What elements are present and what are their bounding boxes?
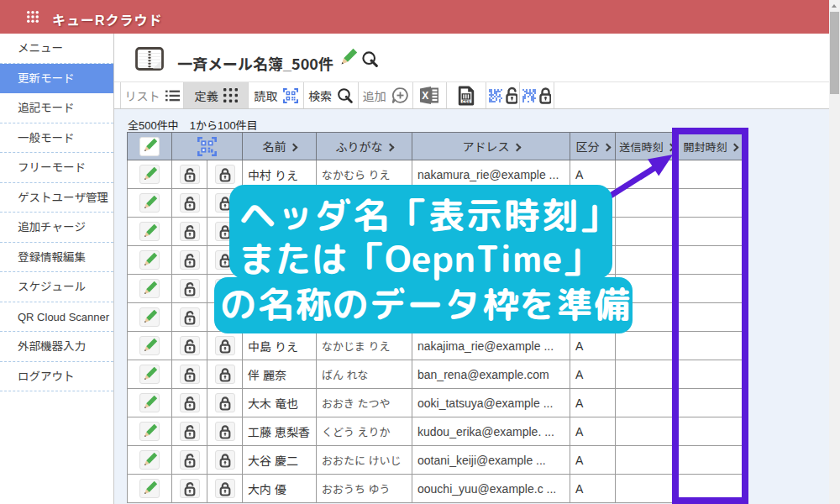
svg-text:CSV: CSV (462, 100, 470, 104)
svg-text:X: X (422, 90, 428, 102)
